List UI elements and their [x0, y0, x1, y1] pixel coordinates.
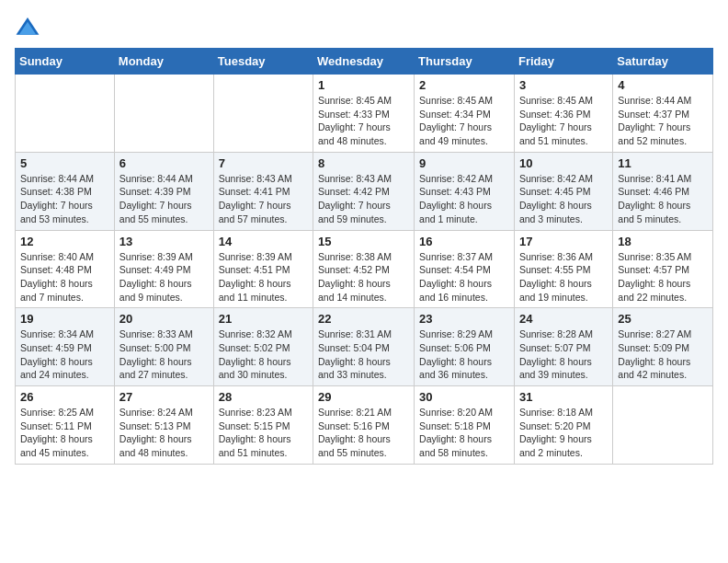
day-number: 17 — [519, 235, 608, 248]
day-number: 30 — [419, 390, 509, 404]
day-number: 8 — [318, 156, 409, 170]
header-row: SundayMondayTuesdayWednesdayThursdayFrid… — [16, 49, 713, 75]
day-info: Sunrise: 8:29 AM Sunset: 5:06 PM Dayligh… — [419, 327, 509, 382]
day-number: 23 — [419, 312, 509, 326]
day-info: Sunrise: 8:45 AM Sunset: 4:33 PM Dayligh… — [318, 94, 409, 148]
day-info: Sunrise: 8:42 AM Sunset: 4:45 PM Dayligh… — [519, 172, 608, 226]
day-info: Sunrise: 8:38 AM Sunset: 4:52 PM Dayligh… — [318, 250, 409, 304]
day-cell-29: 29Sunrise: 8:21 AM Sunset: 5:16 PM Dayli… — [313, 386, 415, 465]
day-cell-22: 22Sunrise: 8:31 AM Sunset: 5:04 PM Dayli… — [313, 308, 415, 386]
day-number: 6 — [119, 156, 209, 170]
header-day-wednesday: Wednesday — [313, 49, 415, 75]
header-day-sunday: Sunday — [16, 49, 115, 75]
day-number: 11 — [618, 156, 708, 170]
week-row-1: 1Sunrise: 8:45 AM Sunset: 4:33 PM Daylig… — [16, 75, 713, 153]
day-number: 16 — [419, 235, 509, 248]
day-number: 21 — [219, 312, 308, 326]
day-cell-31: 31Sunrise: 8:18 AM Sunset: 5:20 PM Dayli… — [514, 386, 612, 465]
day-cell-16: 16Sunrise: 8:37 AM Sunset: 4:54 PM Dayli… — [415, 230, 515, 308]
day-info: Sunrise: 8:18 AM Sunset: 5:20 PM Dayligh… — [519, 406, 608, 460]
day-cell-8: 8Sunrise: 8:43 AM Sunset: 4:42 PM Daylig… — [313, 152, 415, 230]
logo-icon — [15, 15, 40, 40]
day-cell-10: 10Sunrise: 8:42 AM Sunset: 4:45 PM Dayli… — [514, 152, 612, 230]
page-header — [15, 15, 713, 40]
day-number: 19 — [20, 312, 109, 326]
day-info: Sunrise: 8:31 AM Sunset: 5:04 PM Dayligh… — [318, 327, 409, 382]
day-info: Sunrise: 8:32 AM Sunset: 5:02 PM Dayligh… — [219, 327, 308, 382]
day-cell-7: 7Sunrise: 8:43 AM Sunset: 4:41 PM Daylig… — [213, 152, 313, 230]
day-number: 15 — [318, 235, 409, 248]
day-cell-19: 19Sunrise: 8:34 AM Sunset: 4:59 PM Dayli… — [16, 308, 115, 386]
day-number: 31 — [519, 390, 608, 404]
day-cell-6: 6Sunrise: 8:44 AM Sunset: 4:39 PM Daylig… — [114, 152, 213, 230]
day-number: 5 — [20, 156, 109, 170]
week-row-2: 5Sunrise: 8:44 AM Sunset: 4:38 PM Daylig… — [16, 152, 713, 230]
day-number: 2 — [419, 78, 509, 92]
day-info: Sunrise: 8:27 AM Sunset: 5:09 PM Dayligh… — [618, 327, 708, 382]
day-info: Sunrise: 8:44 AM Sunset: 4:38 PM Dayligh… — [20, 172, 109, 226]
day-cell-14: 14Sunrise: 8:39 AM Sunset: 4:51 PM Dayli… — [213, 230, 313, 308]
day-cell-27: 27Sunrise: 8:24 AM Sunset: 5:13 PM Dayli… — [114, 386, 213, 465]
day-cell-20: 20Sunrise: 8:33 AM Sunset: 5:00 PM Dayli… — [114, 308, 213, 386]
day-number: 1 — [318, 78, 409, 92]
day-info: Sunrise: 8:34 AM Sunset: 4:59 PM Dayligh… — [20, 327, 109, 382]
day-number: 12 — [20, 235, 109, 248]
empty-cell — [613, 386, 713, 465]
day-info: Sunrise: 8:28 AM Sunset: 5:07 PM Dayligh… — [519, 327, 608, 382]
day-info: Sunrise: 8:24 AM Sunset: 5:13 PM Dayligh… — [119, 406, 209, 460]
day-number: 14 — [219, 235, 308, 248]
logo — [15, 15, 44, 40]
day-info: Sunrise: 8:23 AM Sunset: 5:15 PM Dayligh… — [219, 406, 308, 460]
day-number: 20 — [119, 312, 209, 326]
day-info: Sunrise: 8:36 AM Sunset: 4:55 PM Dayligh… — [519, 250, 608, 304]
empty-cell — [114, 75, 213, 153]
day-number: 27 — [119, 390, 209, 404]
day-cell-28: 28Sunrise: 8:23 AM Sunset: 5:15 PM Dayli… — [213, 386, 313, 465]
day-cell-17: 17Sunrise: 8:36 AM Sunset: 4:55 PM Dayli… — [514, 230, 612, 308]
day-info: Sunrise: 8:45 AM Sunset: 4:36 PM Dayligh… — [519, 94, 608, 148]
day-cell-24: 24Sunrise: 8:28 AM Sunset: 5:07 PM Dayli… — [514, 308, 612, 386]
day-info: Sunrise: 8:40 AM Sunset: 4:48 PM Dayligh… — [20, 250, 109, 304]
day-cell-26: 26Sunrise: 8:25 AM Sunset: 5:11 PM Dayli… — [16, 386, 115, 465]
day-info: Sunrise: 8:21 AM Sunset: 5:16 PM Dayligh… — [318, 406, 409, 460]
day-cell-5: 5Sunrise: 8:44 AM Sunset: 4:38 PM Daylig… — [16, 152, 115, 230]
day-number: 22 — [318, 312, 409, 326]
day-cell-13: 13Sunrise: 8:39 AM Sunset: 4:49 PM Dayli… — [114, 230, 213, 308]
day-number: 24 — [519, 312, 608, 326]
header-day-saturday: Saturday — [613, 49, 713, 75]
day-info: Sunrise: 8:43 AM Sunset: 4:41 PM Dayligh… — [219, 172, 308, 226]
day-cell-21: 21Sunrise: 8:32 AM Sunset: 5:02 PM Dayli… — [213, 308, 313, 386]
day-number: 29 — [318, 390, 409, 404]
day-number: 7 — [219, 156, 308, 170]
empty-cell — [213, 75, 313, 153]
day-number: 4 — [618, 78, 708, 92]
day-number: 18 — [618, 235, 708, 248]
day-info: Sunrise: 8:35 AM Sunset: 4:57 PM Dayligh… — [618, 250, 708, 304]
header-day-thursday: Thursday — [415, 49, 515, 75]
day-info: Sunrise: 8:20 AM Sunset: 5:18 PM Dayligh… — [419, 406, 509, 460]
day-cell-12: 12Sunrise: 8:40 AM Sunset: 4:48 PM Dayli… — [16, 230, 115, 308]
day-cell-15: 15Sunrise: 8:38 AM Sunset: 4:52 PM Dayli… — [313, 230, 415, 308]
day-info: Sunrise: 8:39 AM Sunset: 4:51 PM Dayligh… — [219, 250, 308, 304]
day-cell-1: 1Sunrise: 8:45 AM Sunset: 4:33 PM Daylig… — [313, 75, 415, 153]
day-info: Sunrise: 8:44 AM Sunset: 4:37 PM Dayligh… — [618, 94, 708, 148]
week-row-3: 12Sunrise: 8:40 AM Sunset: 4:48 PM Dayli… — [16, 230, 713, 308]
header-day-monday: Monday — [114, 49, 213, 75]
empty-cell — [16, 75, 115, 153]
header-day-friday: Friday — [514, 49, 612, 75]
day-cell-9: 9Sunrise: 8:42 AM Sunset: 4:43 PM Daylig… — [415, 152, 515, 230]
day-cell-25: 25Sunrise: 8:27 AM Sunset: 5:09 PM Dayli… — [613, 308, 713, 386]
day-cell-18: 18Sunrise: 8:35 AM Sunset: 4:57 PM Dayli… — [613, 230, 713, 308]
day-info: Sunrise: 8:43 AM Sunset: 4:42 PM Dayligh… — [318, 172, 409, 226]
day-number: 10 — [519, 156, 608, 170]
day-cell-23: 23Sunrise: 8:29 AM Sunset: 5:06 PM Dayli… — [415, 308, 515, 386]
day-info: Sunrise: 8:42 AM Sunset: 4:43 PM Dayligh… — [419, 172, 509, 226]
day-cell-3: 3Sunrise: 8:45 AM Sunset: 4:36 PM Daylig… — [514, 75, 612, 153]
header-day-tuesday: Tuesday — [213, 49, 313, 75]
day-info: Sunrise: 8:33 AM Sunset: 5:00 PM Dayligh… — [119, 327, 209, 382]
day-number: 3 — [519, 78, 608, 92]
week-row-5: 26Sunrise: 8:25 AM Sunset: 5:11 PM Dayli… — [16, 386, 713, 465]
day-info: Sunrise: 8:39 AM Sunset: 4:49 PM Dayligh… — [119, 250, 209, 304]
day-cell-4: 4Sunrise: 8:44 AM Sunset: 4:37 PM Daylig… — [613, 75, 713, 153]
calendar-table: SundayMondayTuesdayWednesdayThursdayFrid… — [15, 48, 713, 465]
